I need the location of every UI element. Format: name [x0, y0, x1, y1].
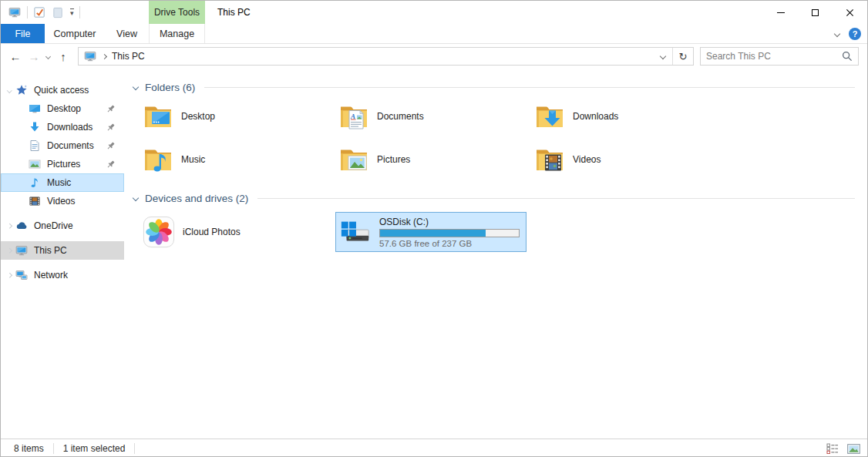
devices-grid: iCloud Photos OSDisk (C:) 57.6 GB free o… [140, 212, 855, 252]
window-title: This PC [217, 1, 251, 24]
back-button[interactable]: ← [5, 50, 25, 63]
divider [204, 87, 855, 88]
pin-icon [106, 123, 116, 133]
pictures-folder-icon [338, 144, 369, 175]
folders-grid: Desktop Documents Downloads Music Pictur… [140, 99, 855, 176]
close-icon [846, 8, 854, 17]
search-box [700, 47, 859, 66]
downloads-folder-icon [534, 101, 565, 132]
maximize-button[interactable] [798, 1, 833, 24]
details-view-icon [826, 443, 839, 454]
drive-usage-bar [379, 229, 520, 237]
refresh-button[interactable]: ↻ [672, 48, 693, 65]
tab-manage[interactable]: Manage [149, 24, 205, 43]
documents-icon [29, 139, 41, 152]
tab-view[interactable]: View [105, 24, 149, 43]
file-explorer-window: ▾ Drive Tools This PC File Computer View… [0, 0, 868, 457]
videos-icon [29, 195, 41, 207]
folder-tile-desktop[interactable]: Desktop [140, 99, 331, 133]
device-tile-icloud-photos[interactable]: iCloud Photos [140, 212, 331, 252]
navigation-pane: Quick access Desktop Downloads Documents… [1, 69, 124, 439]
music-folder-icon [143, 144, 173, 175]
chevron-right-icon[interactable] [4, 224, 15, 228]
folder-tile-downloads[interactable]: Downloads [531, 99, 722, 133]
folder-tile-videos[interactable]: Videos [531, 143, 722, 176]
this-pc-icon [15, 244, 28, 257]
file-list-pane: Folders (6) Desktop Documents Downloads [124, 69, 867, 439]
maximize-icon [812, 9, 819, 16]
search-icon[interactable] [842, 51, 853, 62]
close-button[interactable] [833, 1, 867, 24]
search-input[interactable] [706, 51, 842, 62]
drive-capacity-text: 57.6 GB free of 237 GB [379, 239, 520, 248]
hard-drive-icon [339, 216, 372, 248]
minimize-icon [777, 12, 785, 13]
pin-icon [106, 104, 116, 114]
documents-folder-icon [338, 101, 369, 132]
sidebar-item-videos[interactable]: Videos [1, 192, 124, 210]
icloud-photos-icon [143, 216, 175, 248]
drive-tile-osdisk[interactable]: OSDisk (C:) 57.6 GB free of 237 GB [335, 212, 527, 252]
drive-usage-fill [380, 230, 486, 237]
network-icon [15, 269, 28, 281]
music-icon [29, 176, 41, 189]
selection-count: 1 item selected [63, 443, 126, 454]
history-dropdown-icon[interactable] [42, 55, 53, 59]
pictures-icon [29, 158, 41, 170]
downloads-icon [29, 121, 41, 133]
chevron-right-icon[interactable] [4, 249, 15, 253]
desktop-icon [29, 102, 41, 115]
sidebar-item-documents[interactable]: Documents [1, 136, 124, 155]
divider [134, 443, 135, 454]
sidebar-item-desktop[interactable]: Desktop [1, 99, 124, 118]
sidebar-item-music[interactable]: Music [1, 173, 124, 192]
quick-access-star-icon [15, 84, 28, 96]
sidebar-item-network[interactable]: Network [1, 266, 124, 284]
address-bar[interactable]: This PC ↻ [78, 47, 694, 66]
breadcrumb-chevron-icon[interactable] [102, 53, 107, 59]
chevron-down-icon[interactable] [4, 89, 15, 92]
navigation-bar: ← → ↑ This PC ↻ [1, 44, 867, 69]
pin-icon [106, 141, 116, 151]
quick-access-toolbar: ▾ [1, 1, 867, 24]
breadcrumb-pc-icon [84, 50, 96, 62]
qat-dropdown-icon[interactable]: ▾ [70, 8, 74, 17]
properties-icon[interactable] [33, 6, 46, 19]
tab-computer[interactable]: Computer [45, 24, 105, 43]
up-button[interactable]: ↑ [53, 50, 73, 63]
thumbnails-view-icon [847, 444, 860, 454]
help-button[interactable]: ? [849, 28, 861, 40]
sidebar-item-this-pc[interactable]: This PC [1, 241, 124, 260]
ribbon-tabs: File Computer View Manage ? [1, 24, 867, 44]
divider [53, 443, 54, 454]
pin-icon [106, 160, 116, 170]
chevron-right-icon[interactable] [4, 274, 15, 277]
thumbnails-view-button[interactable] [845, 441, 862, 456]
folder-tile-documents[interactable]: Documents [335, 99, 527, 133]
address-dropdown-icon[interactable] [654, 48, 672, 65]
status-bar: 8 items 1 item selected [1, 439, 867, 457]
folder-tile-music[interactable]: Music [140, 143, 331, 176]
divider [79, 6, 80, 18]
new-folder-icon[interactable] [52, 6, 65, 19]
section-header-devices[interactable]: Devices and drives (2) [130, 190, 855, 206]
chevron-down-icon [133, 195, 139, 201]
section-header-folders[interactable]: Folders (6) [130, 79, 855, 95]
this-pc-icon [8, 6, 22, 18]
breadcrumb[interactable]: This PC [112, 51, 145, 62]
desktop-folder-icon [143, 101, 173, 132]
folder-tile-pictures[interactable]: Pictures [335, 143, 527, 176]
sidebar-item-downloads[interactable]: Downloads [1, 118, 124, 136]
forward-button[interactable]: → [25, 50, 42, 63]
sidebar-item-onedrive[interactable]: OneDrive [1, 217, 124, 235]
tab-file[interactable]: File [1, 24, 45, 43]
drive-tools-group: Drive Tools [149, 1, 205, 24]
item-count: 8 items [14, 443, 44, 454]
minimize-button[interactable] [763, 1, 798, 24]
titlebar: ▾ Drive Tools This PC [1, 1, 867, 24]
sidebar-item-quick-access[interactable]: Quick access [1, 81, 124, 99]
ribbon-collapse-icon[interactable] [834, 30, 840, 36]
divider [257, 198, 855, 199]
details-view-button[interactable] [824, 441, 841, 456]
sidebar-item-pictures[interactable]: Pictures [1, 155, 124, 173]
